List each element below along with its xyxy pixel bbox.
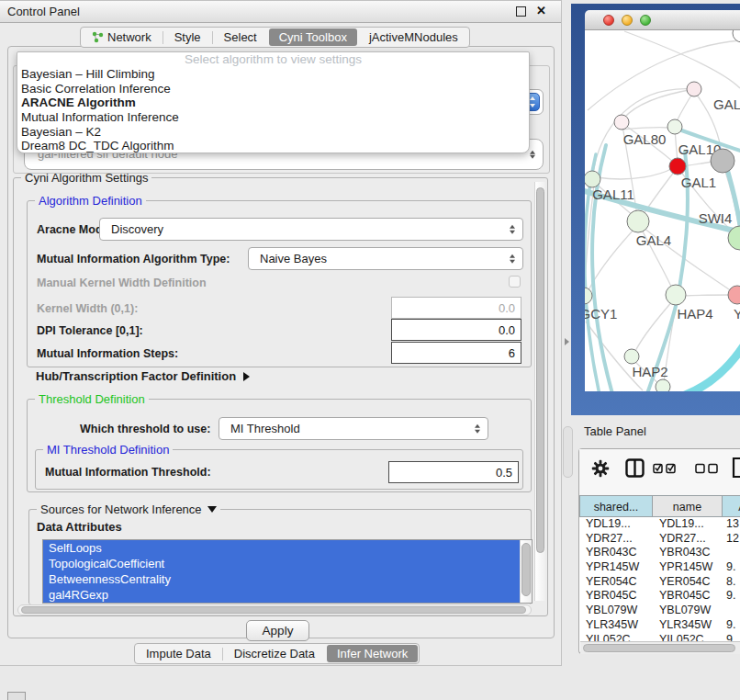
table-cell: YLR345W	[579, 618, 653, 633]
checked-columns-icon[interactable]	[653, 462, 678, 474]
tab-select[interactable]: Select	[214, 28, 267, 46]
network-node[interactable]	[728, 286, 740, 304]
expand-arrow-icon	[207, 506, 217, 513]
apply-button[interactable]: Apply	[246, 620, 309, 641]
table-cell: YLR345W	[653, 618, 723, 633]
mi-type-value: Naive Bayes	[260, 252, 327, 265]
dpi-tolerance-input[interactable]	[391, 319, 521, 341]
network-node[interactable]	[667, 119, 682, 134]
settings-scrollbar[interactable]	[534, 182, 545, 601]
sources-title[interactable]: Sources for Network Inference	[37, 502, 220, 516]
manual-kernel-checkbox[interactable]	[509, 276, 521, 288]
attributes-scrollbar[interactable]	[520, 540, 532, 603]
manual-kernel-label: Manual Kernel Width Definition	[37, 277, 207, 289]
collapse-arrow-icon	[243, 372, 250, 381]
chevron-updown-icon	[510, 223, 515, 235]
table-row[interactable]: YDL19...YDL19...13	[579, 517, 740, 532]
attribute-item[interactable]: SelfLoops	[43, 540, 520, 556]
table-cell: YDL19...	[653, 517, 723, 532]
attributes-scrollbar-thumb[interactable]	[521, 543, 531, 596]
panel-divider-handle[interactable]	[563, 426, 573, 478]
zoom-traffic-light-icon[interactable]	[640, 15, 651, 26]
tab-style[interactable]: Style	[164, 28, 211, 46]
close-icon[interactable]	[536, 4, 546, 17]
tab-impute-data[interactable]: Impute Data	[136, 645, 221, 662]
network-node[interactable]	[711, 149, 734, 173]
settings-hscrollbar-thumb[interactable]	[21, 606, 526, 614]
dropdown-item[interactable]: Mutual Information Inference	[17, 110, 529, 125]
network-node[interactable]	[687, 82, 701, 96]
table-cell: 9.	[723, 560, 740, 575]
table-cell: 13	[723, 517, 740, 532]
table-cell: 12	[723, 532, 740, 547]
data-attributes-list[interactable]: SelfLoops TopologicalCoefficient Between…	[42, 539, 533, 604]
network-node-label: Y	[734, 306, 740, 322]
table-cell: YDL19...	[579, 517, 653, 532]
network-node[interactable]	[669, 158, 686, 175]
dropdown-item-selected[interactable]: ARACNE Algorithm	[17, 96, 529, 110]
table-hscrollbar-thumb[interactable]	[583, 644, 735, 652]
minimize-traffic-light-icon[interactable]	[622, 15, 633, 26]
collapsed-panel-button[interactable]	[7, 692, 26, 700]
table-row[interactable]: YBR043CYBR043C	[579, 546, 740, 560]
cyni-bottom-tabbar: Impute Data Discretize Data Infer Networ…	[134, 643, 420, 664]
mi-steps-input[interactable]	[391, 342, 521, 364]
network-node[interactable]	[614, 115, 629, 130]
mi-threshold-input[interactable]	[388, 461, 519, 483]
panel-divider-arrow-icon[interactable]	[565, 338, 569, 345]
table-row[interactable]: YLR345WYLR345W9.	[579, 618, 740, 633]
network-node[interactable]	[585, 171, 600, 187]
tab-label: Infer Network	[337, 645, 408, 662]
unchecked-columns-icon[interactable]	[695, 462, 720, 474]
dropdown-item[interactable]: Bayesian – Hill Climbing	[17, 67, 529, 82]
column-header-name[interactable]: name	[653, 495, 723, 517]
network-node[interactable]	[656, 379, 670, 391]
tab-discretize-data[interactable]: Discretize Data	[224, 645, 325, 662]
network-node-label: GAL80	[623, 131, 667, 147]
settings-hscrollbar[interactable]	[17, 604, 532, 615]
table-cell: YDR27...	[579, 532, 653, 547]
network-canvas[interactable]: GALGAL80GAL10GAL1GAL11GAL4SWI4GCY1HAP4YH…	[585, 30, 740, 391]
table-row[interactable]: YPR145WYPR145W9.	[579, 560, 740, 575]
close-traffic-light-icon[interactable]	[603, 15, 614, 26]
network-node[interactable]	[666, 285, 686, 305]
float-icon[interactable]	[516, 6, 526, 17]
table-row[interactable]: YDR27...YDR27...12	[579, 532, 740, 547]
column-header-shared-name[interactable]: shared...	[579, 495, 653, 517]
table-cell: YER054C	[579, 575, 653, 590]
table-row[interactable]: YBR045CYBR045C9.	[579, 589, 740, 604]
network-node[interactable]	[585, 288, 592, 304]
network-view-titlebar[interactable]	[585, 10, 740, 30]
document-icon[interactable]	[732, 457, 740, 479]
attribute-item[interactable]: BetweennessCentrality	[43, 571, 520, 587]
settings-scrollbar-thumb[interactable]	[536, 187, 544, 553]
dropdown-item[interactable]: Dream8 DC_TDC Algorithm	[17, 139, 529, 153]
tab-network[interactable]: Network	[82, 28, 162, 46]
control-panel-titlebar[interactable]: Control Panel	[0, 1, 561, 23]
gear-icon[interactable]	[591, 459, 610, 478]
columns-icon[interactable]	[625, 458, 645, 478]
kernel-width-label: Kernel Width (0,1):	[37, 302, 138, 315]
network-node[interactable]	[624, 349, 639, 364]
sources-title-label: Sources for Network Inference	[40, 502, 202, 516]
dropdown-item[interactable]: Bayesian – K2	[17, 125, 529, 140]
control-panel-window: Control Panel gal-filtered sif default n…	[0, 0, 562, 666]
tab-cyni-toolbox[interactable]: Cyni Toolbox	[269, 28, 357, 46]
dropdown-item[interactable]: Basic Correlation Inference	[17, 82, 529, 96]
network-svg: GALGAL80GAL10GAL1GAL11GAL4SWI4GCY1HAP4YH…	[585, 30, 740, 391]
chevron-updown-icon	[475, 423, 480, 435]
column-header-partial[interactable]: A	[723, 495, 740, 517]
table-hscrollbar[interactable]	[580, 641, 740, 654]
tab-jactivemnodules[interactable]: jActiveMNodules	[359, 28, 468, 46]
aracne-mode-combobox[interactable]: Discovery	[99, 218, 523, 241]
attribute-item[interactable]: TopologicalCoefficient	[43, 556, 520, 571]
which-threshold-combobox[interactable]: MI Threshold	[219, 417, 488, 440]
table-row[interactable]: YBL079WYBL079W	[579, 604, 740, 618]
hub-definition-toggle[interactable]: Hub/Transcription Factor Definition	[36, 369, 250, 383]
mi-type-combobox[interactable]: Naive Bayes	[248, 247, 523, 270]
tab-infer-network[interactable]: Infer Network	[327, 645, 418, 662]
kernel-width-input[interactable]	[391, 297, 521, 319]
network-node[interactable]	[627, 210, 649, 232]
attribute-item[interactable]: gal4RGexp	[43, 587, 520, 603]
table-row[interactable]: YER054CYER054C8.	[579, 575, 740, 590]
